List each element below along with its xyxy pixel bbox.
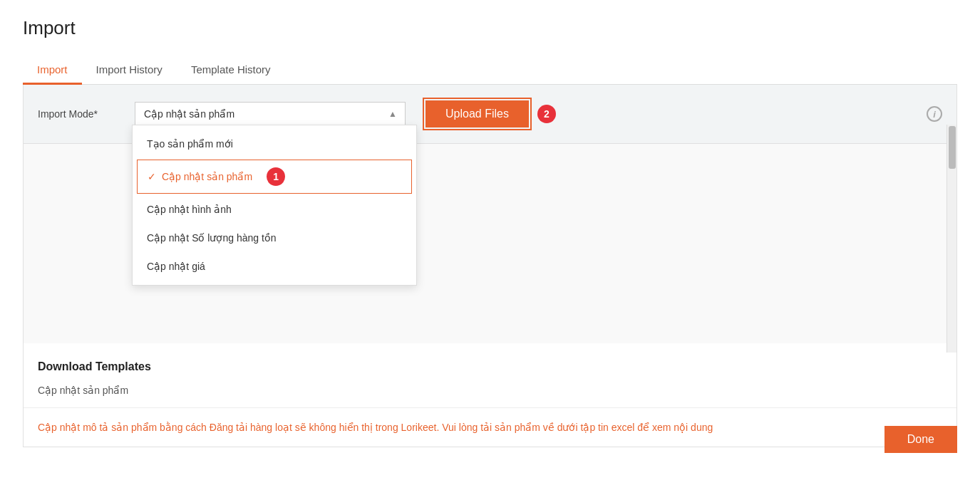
- import-mode-select-wrapper: Cập nhật sản phẩm ▲: [135, 102, 406, 126]
- tabs-bar: Import Import History Template History: [23, 56, 957, 85]
- step-1-badge: 1: [267, 167, 285, 186]
- upload-files-button[interactable]: Upload Files: [425, 100, 529, 127]
- step-2-badge: 2: [537, 105, 556, 123]
- tab-import[interactable]: Import: [23, 56, 82, 85]
- dropdown-item-update-image[interactable]: Cập nhật hình ảnh: [133, 195, 416, 224]
- done-button[interactable]: Done: [884, 426, 957, 453]
- tab-import-history[interactable]: Import History: [82, 56, 177, 85]
- import-mode-label: Import Mode*: [38, 108, 123, 120]
- download-templates-section: Download Templates Cập nhật sản phẩm: [24, 343, 956, 407]
- dropdown-item-update-price[interactable]: Cập nhật giá: [133, 252, 416, 281]
- import-mode-dropdown: Tạo sản phẩm mới ✓ Cập nhật sản phẩm 1 C…: [132, 125, 417, 286]
- info-icon[interactable]: i: [927, 106, 942, 122]
- upload-btn-outline: Upload Files: [423, 98, 532, 130]
- scrollbar-thumb: [949, 126, 956, 169]
- dropdown-item-update-stock[interactable]: Cập nhật Số lượng hàng tồn: [133, 224, 416, 252]
- content-area: Import Mode* Cập nhật sản phẩm ▲ Upload …: [23, 85, 957, 447]
- download-template-item[interactable]: Cập nhật sản phẩm: [38, 382, 942, 399]
- tab-template-history[interactable]: Template History: [177, 56, 285, 85]
- download-templates-title: Download Templates: [38, 360, 942, 373]
- warning-text: Cập nhật mô tả sản phẩm bằng cách Đăng t…: [24, 407, 956, 447]
- upload-btn-wrapper: Upload Files 2: [423, 98, 556, 130]
- dropdown-item-create[interactable]: Tạo sản phẩm mới: [133, 130, 416, 158]
- import-mode-select[interactable]: Cập nhật sản phẩm: [135, 102, 406, 126]
- page-title: Import: [23, 17, 957, 39]
- page-container: Import Import Import History Template Hi…: [0, 0, 980, 464]
- done-btn-area: Done: [884, 426, 957, 453]
- checkmark-icon: ✓: [148, 171, 156, 182]
- scrollbar[interactable]: [947, 125, 956, 353]
- dropdown-item-update-product[interactable]: ✓ Cập nhật sản phẩm 1: [137, 160, 412, 194]
